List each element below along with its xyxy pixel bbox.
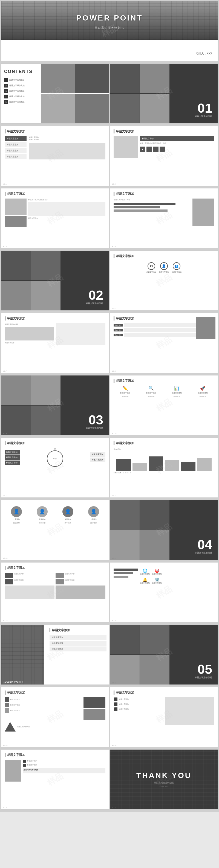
icon-label-1: 标题文字添加	[146, 271, 156, 274]
icon-label-c: 标题文字添加	[172, 392, 182, 394]
part-label-2: Part 02	[114, 329, 123, 332]
slide-22-title: 标题文字添加	[5, 753, 105, 757]
contents-item-3: 3 标题文字添加此处	[4, 89, 33, 93]
photo-3	[110, 655, 140, 684]
slide-20-title: 标题文字添加	[5, 690, 105, 694]
slide-6-img	[192, 198, 214, 226]
text-block-4: 标题文字添加	[5, 154, 27, 159]
slide-num: NO.14	[112, 557, 116, 559]
section-number: 01	[195, 102, 212, 115]
photo-1	[110, 64, 140, 93]
part-bar-2	[124, 328, 203, 332]
triangle	[5, 722, 16, 732]
slide-num: NO.12	[112, 495, 116, 497]
slide-18-title: 标题文字添加	[50, 628, 107, 632]
grid-item-4	[56, 579, 64, 584]
slide-10: 标题文字添加 ✏️ 标题文字添加 内容添加 🔍 标题文字添加 内容添加 📊 标题…	[110, 375, 218, 435]
photo-2	[140, 500, 169, 530]
stat-label-2: 标题文字添加	[152, 573, 162, 576]
s21-img	[165, 698, 214, 725]
photo-3	[110, 530, 140, 560]
slide-num: NO.17	[3, 682, 7, 684]
icon-label-d: 标题文字添加	[198, 392, 208, 394]
slide-num: NO.20	[112, 744, 116, 746]
s20-text-2: 标题文字添加	[10, 704, 20, 706]
section-03-text: 标题文字添加加处	[86, 427, 103, 430]
slide-16: 标题文字添加 标题文字添加 标题文字添加 标题文字添加	[1, 562, 109, 622]
icon-c: 📊	[174, 385, 180, 391]
bar-2	[114, 206, 160, 208]
section03-photos	[1, 375, 60, 435]
s18-block-1: 标题文字添加	[50, 635, 107, 640]
icon-1: ✉	[147, 262, 155, 270]
slide-8-img	[5, 327, 54, 340]
icon-desc-d: 内容添加	[199, 396, 206, 398]
contents-img-2	[75, 64, 109, 93]
contents-img-4	[75, 94, 109, 123]
section-04-content: 04 标题文字添加加处	[195, 538, 212, 554]
slide-6-title: 标题文字添加	[114, 192, 214, 196]
stat-symbol-4: ⚙️	[152, 578, 162, 582]
label-02: 标题文字添加	[5, 455, 20, 460]
s22-icon-a: ⬛	[23, 760, 26, 763]
text-block-3: 标题文字添加	[5, 148, 27, 153]
photo-3	[1, 406, 31, 435]
person-label-3: 文字添加	[64, 518, 71, 521]
person-item-2: 👤 文字添加 文字添加	[37, 506, 48, 524]
slide-10-title: 标题文字添加	[114, 379, 214, 383]
section-05-num: 05	[195, 663, 212, 676]
img-a	[5, 198, 27, 215]
slide-6: 标题文字添加 标题文字添加文字内容 样品 NO.4	[110, 188, 218, 248]
img-c	[28, 203, 105, 216]
stat-symbol-1: 🌐	[140, 568, 150, 573]
slide-num: NO.16	[112, 620, 116, 621]
photo-2	[140, 625, 169, 654]
slide-num: NO.2	[112, 183, 115, 185]
stat-symbol-2: 🎯	[152, 568, 162, 573]
bar-col-1	[116, 459, 131, 471]
placeholder-image	[29, 143, 105, 159]
slide-num: NO.7	[3, 370, 6, 372]
s20-text-3: 标题文字添加	[10, 709, 20, 712]
slide-8-text: 标题文字添加内容	[5, 323, 54, 326]
photo-3	[110, 94, 140, 123]
avatar-4: 👤	[88, 506, 99, 517]
label-03: 标题文字添加	[5, 461, 20, 465]
section-05-content: 05 标题文字添加加处	[195, 663, 212, 679]
photo-1	[110, 625, 140, 654]
s21-row-1: ⬛ 标题文字添加	[114, 698, 163, 701]
part-bar-3	[124, 333, 203, 337]
avatar-1: 👤	[11, 506, 22, 517]
person-role-3: 文字添加	[64, 522, 71, 524]
slide-13-text: Chart Title	[114, 448, 214, 450]
grid-text-2: 标题文字添加	[14, 579, 24, 584]
section-desc: 标题文字添加加处	[195, 115, 212, 118]
slide-num: NO.5	[3, 308, 6, 310]
stat-icon-2: 🎯 标题文字添加	[152, 568, 162, 576]
stat-label-1: 标题文字添加	[140, 573, 150, 576]
contents-img-1	[41, 64, 75, 93]
slide-num: NO.3	[3, 246, 6, 247]
building-img: POWER POINT	[1, 625, 44, 684]
circle-diagram: 中心	[47, 451, 63, 467]
slides-container: POWER POINT 黑白高约商务计划书 汇报人：XXX 样品 CONTENT…	[0, 0, 219, 812]
person-role-4: 文字添加	[90, 522, 97, 524]
s20-img-2	[83, 709, 105, 720]
icon-desc-c: 内容添加	[173, 396, 180, 398]
slide-9: 标题文字添加 Part 01 标题文字添加 Part 02 标题文字添加 Par…	[110, 313, 218, 373]
label-04: 标题文字添加	[90, 452, 105, 457]
slide-4-title: 标题文字添加	[114, 129, 214, 133]
photo-4	[140, 94, 169, 123]
slide-4: 标题文字添加 标题文字添加 标题文字添加此处用于添加正文内容 ■ 样品 NO.2	[110, 126, 218, 186]
s21-icon-2: ⬛	[114, 702, 118, 706]
stat-icon-1: 🌐 标题文字添加	[140, 568, 150, 576]
icon-b: 🔍	[148, 385, 154, 391]
slide-4-img	[114, 136, 138, 158]
legend-2: ■ Series 2	[123, 472, 131, 474]
slide-8-title: 标题文字添加	[5, 316, 105, 320]
slide-num: NO.4	[112, 246, 115, 247]
slide-8-text2: 此处添加内容	[5, 342, 54, 344]
slide-4-block: 标题文字添加	[140, 136, 214, 141]
contents-item-2: 2 标题文字添加此处	[4, 84, 33, 88]
s18-block-3: 标题文字添加	[50, 647, 107, 651]
